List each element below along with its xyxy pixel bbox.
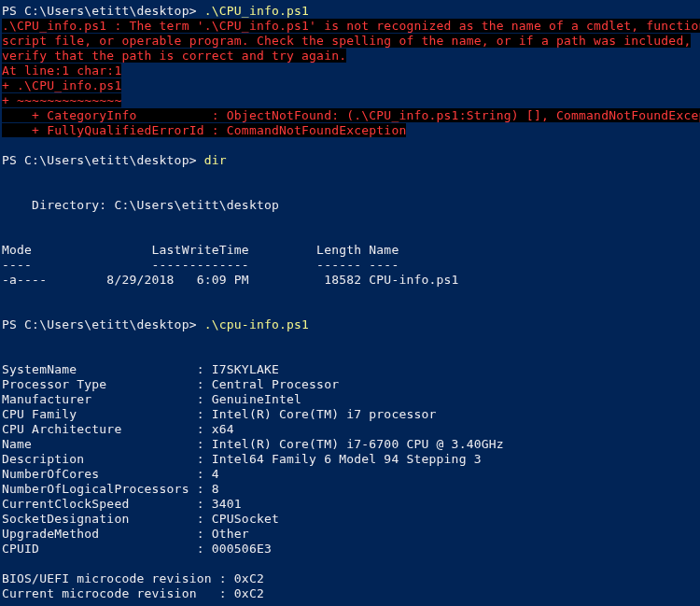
prompt-path: PS C:\Users\etitt\desktop> (2, 4, 204, 18)
dir-header: Directory: C:\Users\etitt\desktop (2, 198, 700, 213)
cpu-info-line: Processor Type : Central Processor (2, 377, 700, 392)
prompt-path: PS C:\Users\etitt\desktop> (2, 153, 204, 167)
dir-row: -a---- 8/29/2018 6:09 PM 18582 CPU-info.… (2, 273, 700, 288)
prompt-line-3: PS C:\Users\etitt\desktop> .\cpu-info.ps… (2, 317, 700, 332)
error-line: + FullyQualifiedErrorId : CommandNotFoun… (2, 123, 700, 138)
error-line: script file, or operable program. Check … (2, 34, 700, 49)
cpu-info-line: NumberOfCores : 4 (2, 467, 700, 482)
command-text: .\CPU_info.ps1 (204, 4, 309, 18)
cpu-info-line: SystemName : I7SKYLAKE (2, 362, 700, 377)
microcode-line: BIOS/UEFI microcode revision : 0xC2 (2, 571, 700, 586)
prompt-line-1: PS C:\Users\etitt\desktop> .\CPU_info.ps… (2, 4, 700, 19)
dir-underline: ---- ------------- ------ ---- (2, 258, 700, 273)
prompt-path: PS C:\Users\etitt\desktop> (2, 317, 204, 331)
error-line: + CategoryInfo : ObjectNotFound: (.\CPU_… (2, 108, 700, 123)
cpu-info-line: Name : Intel(R) Core(TM) i7-6700 CPU @ 3… (2, 437, 700, 452)
cpu-info-line: Manufacturer : GenuineIntel (2, 392, 700, 407)
error-line: At line:1 char:1 (2, 63, 700, 78)
cpu-info-line: UpgradeMethod : Other (2, 527, 700, 542)
command-text: dir (204, 153, 227, 167)
blank-line (2, 213, 700, 228)
cpu-info-line: CPU Architecture : x64 (2, 422, 700, 437)
cpu-info-line: CurrentClockSpeed : 3401 (2, 497, 700, 512)
prompt-line-2: PS C:\Users\etitt\desktop> dir (2, 153, 700, 168)
error-line: + .\CPU_info.ps1 (2, 78, 700, 93)
cpu-info-line: CPU Family : Intel(R) Core(TM) i7 proces… (2, 407, 700, 422)
error-line: + ~~~~~~~~~~~~~~ (2, 93, 700, 108)
blank-line (2, 557, 700, 571)
blank-line (2, 138, 700, 153)
blank-line (2, 183, 700, 198)
blank-line (2, 347, 700, 362)
command-text: .\cpu-info.ps1 (204, 317, 309, 331)
cpu-info-line: Description : Intel64 Family 6 Model 94 … (2, 452, 700, 467)
error-line: .\CPU_info.ps1 : The term '.\CPU_info.ps… (2, 19, 700, 34)
error-line: verify that the path is correct and try … (2, 49, 700, 63)
dir-columns: Mode LastWriteTime Length Name (2, 243, 700, 258)
cpu-info-line: NumberOfLogicalProcessors : 8 (2, 482, 700, 497)
blank-line (2, 228, 700, 243)
blank-line (2, 332, 700, 347)
microcode-line: Current microcode revision : 0xC2 (2, 586, 700, 601)
blank-line (2, 168, 700, 183)
blank-line (2, 288, 700, 303)
terminal-output[interactable]: PS C:\Users\etitt\desktop> .\CPU_info.ps… (2, 4, 700, 601)
cpu-info-line: CPUID : 000506E3 (2, 542, 700, 557)
cpu-info-line: SocketDesignation : CPUSocket (2, 512, 700, 527)
blank-line (2, 303, 700, 317)
